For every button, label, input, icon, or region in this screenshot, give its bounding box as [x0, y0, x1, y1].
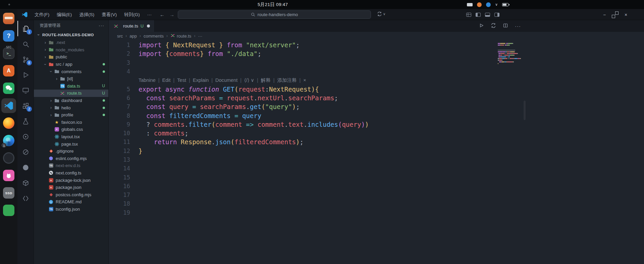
- tree-item-README-md[interactable]: README.md: [34, 198, 108, 206]
- code-line[interactable]: 3: [109, 58, 644, 67]
- menu-item-3[interactable]: 查看(V): [98, 9, 120, 20]
- code-line[interactable]: 14: [109, 164, 644, 173]
- tree-item-eslint-config-mjs[interactable]: eslint.config.mjs: [34, 155, 108, 162]
- input-indicator-orange[interactable]: [477, 2, 482, 7]
- activity-run-and-debug[interactable]: [17, 67, 34, 83]
- tree-item-data-ts[interactable]: TSdata.tsU: [34, 83, 108, 90]
- tree-item-route-ts[interactable]: route.tsU: [34, 90, 108, 97]
- code-line[interactable]: 18: [109, 199, 644, 208]
- code-line[interactable]: 13: [109, 155, 644, 164]
- tree-item-package-lock-json[interactable]: npackage-lock.json: [34, 176, 108, 184]
- menu-item-2[interactable]: 选择(S): [75, 9, 98, 20]
- files-app[interactable]: [3, 12, 15, 24]
- codelens-7[interactable]: 添加注释: [277, 77, 297, 84]
- codelens-0[interactable]: Tabnine: [139, 77, 156, 83]
- code-line[interactable]: 12}: [109, 147, 644, 155]
- menu-item-0[interactable]: 文件(F): [31, 9, 53, 20]
- breadcrumb-item-1[interactable]: app: [129, 34, 137, 39]
- nav-back-button[interactable]: ←: [160, 12, 165, 17]
- code-line[interactable]: 4: [109, 67, 644, 76]
- activity-github[interactable]: [17, 160, 34, 175]
- code-line[interactable]: 1import { NextRequest } from "next/serve…: [109, 41, 644, 49]
- tree-item-tsconfig-json[interactable]: TStsconfig.json: [34, 206, 108, 213]
- tree-item-public[interactable]: ›public: [34, 53, 108, 61]
- toggle-secondary-sidebar-icon[interactable]: [494, 13, 499, 17]
- activity-extensions[interactable]: 2: [17, 98, 34, 113]
- tree-item-src-app[interactable]: ›src / app: [34, 61, 108, 68]
- code-line[interactable]: 10 : comments;: [109, 129, 644, 138]
- sync-icon[interactable]: [491, 23, 496, 29]
- minimize-button[interactable]: −: [602, 12, 607, 17]
- system-clock[interactable]: 5月21日 09:47: [258, 0, 288, 9]
- split-editor-button[interactable]: [503, 23, 508, 29]
- more-actions-button[interactable]: ···: [515, 23, 521, 29]
- scrollbar[interactable]: [524, 101, 526, 120]
- codelens-5[interactable]: ⟨/⟩ ∨: [244, 77, 254, 83]
- app-indicator-blue[interactable]: [486, 2, 491, 7]
- activity-package-explorer[interactable]: [17, 175, 34, 191]
- battery-icon[interactable]: [502, 3, 508, 6]
- code-line[interactable]: 17: [109, 191, 644, 199]
- tab-modified-dot[interactable]: [147, 24, 150, 28]
- codelens-3[interactable]: Explain: [193, 77, 209, 83]
- code-line[interactable]: 5export async function GET(request:NextR…: [109, 85, 644, 93]
- wechat-app[interactable]: [3, 82, 15, 94]
- run-file-button[interactable]: [479, 23, 484, 29]
- close-button[interactable]: ×: [623, 12, 629, 17]
- codelens-6[interactable]: 解释: [261, 77, 271, 84]
- dark-app[interactable]: [3, 152, 15, 164]
- tree-item-layout-tsx[interactable]: layout.tsx: [34, 133, 108, 141]
- code-line[interactable]: 6 const searchParams = request.nextUrl.s…: [109, 94, 644, 102]
- codelens-1[interactable]: Edit: [162, 77, 171, 83]
- tree-item-profile[interactable]: ›profile: [34, 111, 108, 119]
- app-center[interactable]: A: [3, 65, 15, 77]
- tree-item-node-modules[interactable]: ›node_modules: [34, 46, 108, 54]
- activity-extension-a[interactable]: [17, 129, 34, 144]
- vscode-app[interactable]: [3, 100, 15, 112]
- activity-snippets[interactable]: [17, 191, 34, 206]
- codelens-8[interactable]: ×: [303, 77, 306, 83]
- menu-item-1[interactable]: 编辑(E): [53, 9, 75, 20]
- edge-app[interactable]: 1: [3, 135, 15, 147]
- code-line[interactable]: 19: [109, 208, 644, 217]
- tree-item-comments[interactable]: ›comments: [34, 68, 108, 75]
- minimap[interactable]: [498, 43, 525, 76]
- codelens-4[interactable]: Document: [215, 77, 237, 83]
- cat-app[interactable]: [3, 169, 15, 181]
- project-root-header[interactable]: › ROUTE-HANDLERS-DEMO: [34, 31, 108, 39]
- breadcrumb-item-4[interactable]: ···: [198, 34, 202, 39]
- sync-status-icon[interactable]: ∨: [377, 11, 385, 16]
- tree-item--gitignore[interactable]: .gitignore: [34, 148, 108, 155]
- activity-extension-b[interactable]: [17, 144, 34, 160]
- code-editor[interactable]: 1import { NextRequest } from "next/serve…: [109, 40, 644, 264]
- toggle-sidebar-icon[interactable]: [476, 13, 481, 17]
- breadcrumb-item-2[interactable]: comments: [144, 34, 164, 39]
- activity-remote-explorer[interactable]: [17, 83, 34, 98]
- tree-item-globals-css[interactable]: #globals.css: [34, 126, 108, 133]
- tree-item-next-config-ts[interactable]: next.config.ts: [34, 169, 108, 177]
- customize-layout-icon[interactable]: [466, 13, 471, 17]
- ssd-disk[interactable]: SSD: [3, 187, 15, 199]
- activity-source-control[interactable]: 8: [17, 52, 34, 67]
- tree-item-hello[interactable]: ›hello: [34, 104, 108, 111]
- breadcrumb-item-0[interactable]: src: [117, 34, 123, 39]
- help-app[interactable]: ?: [3, 30, 15, 42]
- firefox-app[interactable]: [3, 117, 15, 129]
- code-line[interactable]: 2import {comments} from "./data";: [109, 49, 644, 58]
- menu-item-5[interactable]: ···: [144, 9, 156, 20]
- menu-item-4[interactable]: 转到(G): [120, 9, 144, 20]
- tree-item-page-tsx[interactable]: page.tsx: [34, 140, 108, 148]
- tree-item--id-[interactable]: ›[id]: [34, 75, 108, 83]
- code-line[interactable]: 15: [109, 173, 644, 181]
- tree-item-postcss-config-mjs[interactable]: postcss.config.mjs: [34, 191, 108, 198]
- tab-route-ts[interactable]: route.ts U: [109, 20, 155, 32]
- tree-item-package-json[interactable]: npackage.json: [34, 184, 108, 191]
- chevron-down-icon[interactable]: ∨: [495, 2, 498, 7]
- toggle-panel-icon[interactable]: [485, 13, 490, 17]
- code-line[interactable]: 8 const filteredComments = query: [109, 111, 644, 120]
- keyboard-icon[interactable]: [467, 3, 473, 6]
- code-line[interactable]: 9 ? comments.filter(comment => comment.t…: [109, 120, 644, 129]
- tree-item-favicon-ico[interactable]: ★favicon.ico: [34, 119, 108, 126]
- tree-item-next-env-d-ts[interactable]: TSnext-env.d.ts: [34, 162, 108, 169]
- command-center-search[interactable]: route-handlers-demo: [178, 10, 371, 19]
